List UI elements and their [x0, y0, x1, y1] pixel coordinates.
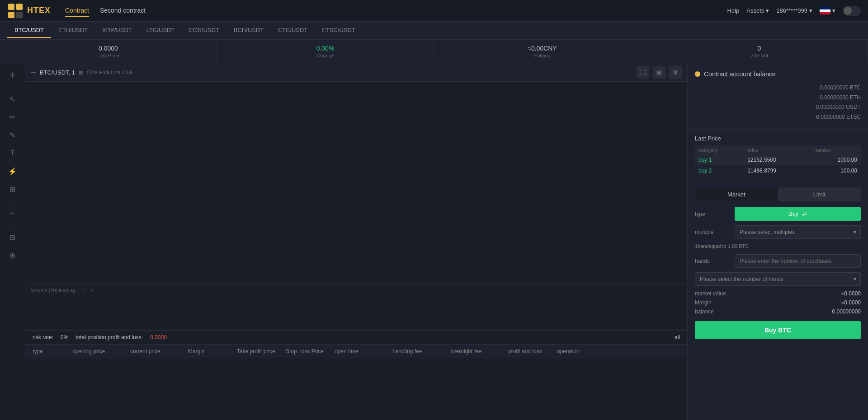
- stat-change: 0.00% Change: [217, 40, 434, 63]
- settings-btn[interactable]: ⚙: [669, 66, 682, 79]
- multiple-label: multiple: [695, 229, 731, 235]
- table-row: buy 1 12152.5500 1000.00: [695, 154, 861, 165]
- col-margin: Margin: [188, 348, 233, 355]
- type-label: type: [695, 211, 731, 217]
- tab-market[interactable]: Market: [695, 187, 778, 201]
- last-price-label: Last Price: [97, 53, 119, 58]
- volume-label: Volume (20) loading.... □ ×: [31, 288, 682, 293]
- tab-bch-usdt[interactable]: BCH/USDT: [226, 23, 271, 38]
- buy-btc-button[interactable]: Buy BTC: [695, 321, 861, 339]
- market-value-row: market value ≈0.0000: [695, 290, 861, 297]
- balance-title-text: Contract account balance: [704, 70, 776, 78]
- stat-last-price: 0.0000 Last Price: [0, 40, 217, 63]
- row1-price: 12152.5500: [744, 154, 811, 165]
- hands-select-wrapper: Please select the number of hands ▾: [695, 272, 861, 286]
- candle-icon: ▦: [79, 70, 83, 75]
- change-label: Change: [316, 53, 334, 58]
- vol-ctrl-2[interactable]: ×: [91, 288, 94, 293]
- bottom-table-header: type opening price current price Margin …: [25, 345, 687, 358]
- chevron-down-icon: ▾: [766, 7, 769, 14]
- folding-value: ≈0.00CNY: [528, 45, 557, 52]
- balance-row: balance 0.00000000: [695, 308, 861, 315]
- logo: HTEX: [7, 3, 51, 19]
- tab-limit[interactable]: Limit: [778, 187, 861, 201]
- vol-label: 24H Vol: [750, 53, 768, 58]
- text-icon[interactable]: T: [5, 145, 21, 161]
- bottom-stats: risk rate: 0% total position profit and …: [25, 331, 687, 345]
- type-buy-button[interactable]: Buy ⇄: [735, 207, 861, 221]
- tab-btc-usdt[interactable]: BTC/USDT: [7, 23, 51, 38]
- hands-select[interactable]: Please select the number of hands: [695, 272, 861, 286]
- margin-row: Margin ≈0.0000: [695, 299, 861, 306]
- crosshair-icon[interactable]: ✛: [5, 67, 21, 83]
- market-value-label: market value: [695, 290, 726, 297]
- draw-icon[interactable]: ✏: [5, 109, 21, 125]
- col-overnight-fee: overnight fee: [450, 348, 505, 355]
- top-nav: HTEX Contract Second contract Help Asset…: [0, 0, 868, 22]
- svg-rect-1: [8, 4, 14, 10]
- assets-dropdown[interactable]: Assets ▾: [746, 7, 769, 14]
- last-price-value: 0.0000: [99, 45, 118, 52]
- order-section: Market Limit type Buy ⇄ multiple Please …: [688, 182, 868, 420]
- tab-ltc-usdt[interactable]: LTC/USDT: [139, 23, 182, 38]
- col-current-price: current price: [130, 348, 184, 355]
- svg-rect-2: [16, 4, 23, 10]
- symbol-tabs: BTC/USDT ETH/USDT XRP/USDT LTC/USDT EOS/…: [0, 22, 868, 40]
- right-panel: Contract account balance 0.00000000 BTC …: [687, 63, 868, 420]
- tab-etc-usdt[interactable]: ETC/USDT: [271, 23, 315, 38]
- col-price: price: [744, 145, 811, 154]
- chart-type-icon[interactable]: ⊟: [5, 229, 21, 245]
- multiple-select-wrapper: Please select multiples ▾: [735, 225, 861, 239]
- pattern-icon[interactable]: ⚡: [5, 163, 21, 179]
- cursor-icon[interactable]: ↖: [5, 91, 21, 107]
- volume-title: Volume (20) loading....: [31, 288, 80, 293]
- col-take-profit: Take profit price: [237, 348, 282, 355]
- zoom-in-icon[interactable]: ⊕: [5, 247, 21, 263]
- theme-toggle[interactable]: [843, 6, 861, 16]
- chart-area: [25, 82, 687, 285]
- nav-second-contract[interactable]: Second contract: [100, 5, 146, 17]
- language-selector[interactable]: ▾: [820, 7, 835, 14]
- col-open-price: opening price: [72, 348, 127, 355]
- margin-value: ≈0.0000: [841, 299, 861, 306]
- stats-bar: 0.0000 Last Price 0.00% Change ≈0.00CNY …: [0, 40, 868, 63]
- vol-ctrl-1[interactable]: □: [84, 288, 87, 293]
- balance-dot: [695, 71, 700, 77]
- last-price-title: Last Price: [695, 135, 861, 142]
- tab-etsc-usdt[interactable]: ETSC/USDT: [315, 23, 363, 38]
- col-stop-loss: Stop Loss Price: [286, 348, 331, 355]
- balance-etsc: 0.00000000 ETSC: [695, 112, 861, 122]
- hand-equal-info: 1handequal to 1.00 BTC: [695, 243, 861, 251]
- table-row: buy 2 11488.8799 100.00: [695, 165, 861, 176]
- logo-icon: [7, 3, 24, 19]
- all-link[interactable]: all: [675, 334, 680, 341]
- col-pnl: profit and loss: [508, 348, 553, 355]
- col-type: type: [33, 348, 69, 355]
- back-icon[interactable]: ←: [5, 205, 21, 221]
- chevron-down-icon-account: ▾: [809, 7, 812, 14]
- flag-icon: [820, 7, 830, 14]
- account-dropdown[interactable]: 186*****999 ▾: [776, 7, 812, 14]
- fullscreen-btn[interactable]: ⛶: [637, 66, 649, 79]
- market-value-value: ≈0.0000: [841, 290, 861, 297]
- row1-category: buy 1: [695, 154, 744, 165]
- nav-contract[interactable]: Contract: [65, 5, 89, 17]
- measure-icon[interactable]: ⊞: [5, 181, 21, 197]
- toolbar-divider-3: [5, 225, 20, 225]
- overlay-btn[interactable]: ⊞: [653, 66, 665, 79]
- help-link[interactable]: Help: [727, 7, 740, 14]
- svg-rect-4: [16, 12, 23, 18]
- tab-xrp-usdt[interactable]: XRP/USDT: [95, 23, 139, 38]
- hands-input[interactable]: [735, 254, 861, 268]
- hands-row: hands: [695, 254, 861, 268]
- tab-eth-usdt[interactable]: ETH/USDT: [51, 23, 95, 38]
- pnl-value: 0.0000: [150, 334, 167, 341]
- folding-label: Folding: [534, 53, 550, 58]
- col-number: number: [811, 145, 861, 154]
- chart-placeholder: [25, 82, 687, 285]
- col-handling-fee: handling fee: [392, 348, 447, 355]
- multiple-select[interactable]: Please select multiples: [735, 225, 861, 239]
- row2-price: 11488.8799: [744, 165, 811, 176]
- tab-eos-usdt[interactable]: EOS/USDT: [182, 23, 226, 38]
- pencil-icon[interactable]: ✎: [5, 127, 21, 143]
